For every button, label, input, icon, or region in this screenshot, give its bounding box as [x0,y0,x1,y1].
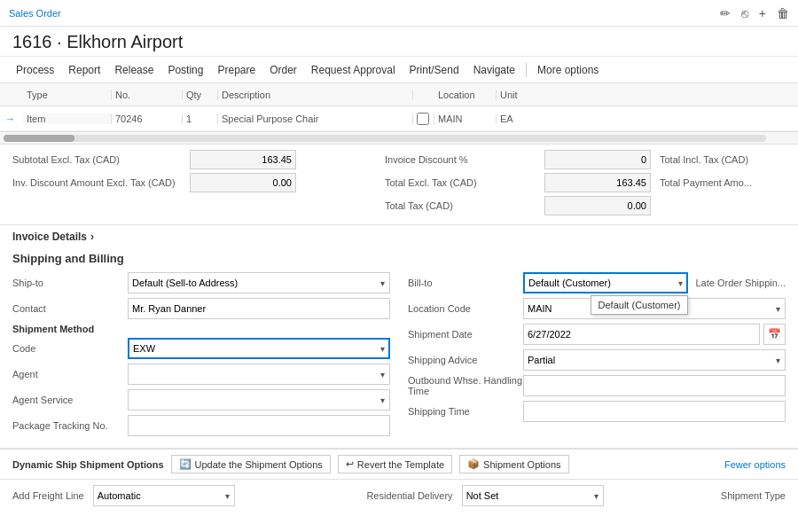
horizontal-scrollbar[interactable] [0,132,798,145]
menu-separator [526,63,527,77]
agent-select[interactable] [128,364,390,385]
dropdown-item[interactable]: Default (Customer) [598,300,681,310]
revert-template-btn[interactable]: ↩ Revert the Template [338,455,452,473]
agent-service-row: Agent Service [12,389,390,411]
shipping-advice-select[interactable]: Partial [523,349,786,371]
add-icon[interactable]: + [759,6,766,20]
dynamic-ship-title: Dynamic Ship Shipment Options [12,459,164,470]
shipping-right: Bill-to Default (Customer) Default (Cust… [408,272,786,441]
invoice-details-label: Invoice Details [12,231,87,243]
menu-process[interactable]: Process [9,57,61,83]
row-qty: 1 [183,113,218,124]
total-pay-label: Total Payment Amo... [651,177,752,188]
inv-disc-row: Inv. Discount Amount Excl. Tax (CAD) [12,173,385,192]
row-uom: EA [497,113,541,124]
code-select[interactable]: EXW [128,338,390,359]
menu-more-options[interactable]: More options [530,57,606,83]
contact-input[interactable] [128,298,390,319]
row-checkbox[interactable] [417,113,429,125]
shipment-date-input[interactable] [523,324,760,345]
bill-to-select[interactable]: Default (Customer) [523,272,688,293]
shipment-date-control: 📅 [523,324,786,345]
shipment-date-row: Shipment Date 📅 [408,324,786,345]
delete-icon[interactable]: 🗑 [777,6,789,20]
agent-row: Agent [12,364,390,385]
ship-to-row: Ship-to Default (Sell-to Address) [12,272,390,293]
total-tax-label: Total Tax (CAD) [385,200,544,211]
residential-label: Residential Delivery [366,490,452,501]
bill-to-dropdown-tooltip[interactable]: Default (Customer) [591,295,689,315]
menu-release[interactable]: Release [107,57,160,83]
fewer-options-link[interactable]: Fewer options [724,459,786,470]
bill-to-row: Bill-to Default (Customer) Default (Cust… [408,272,786,293]
menu-navigate[interactable]: Navigate [466,57,522,83]
menu-report[interactable]: Report [61,57,107,83]
add-freight-select[interactable]: Automatic [93,485,235,506]
totals-area: Subtotal Excl. Tax (CAD) Inv. Discount A… [0,145,798,225]
shipping-advice-row: Shipping Advice Partial [408,349,786,371]
inv-disc-input[interactable] [190,173,296,192]
pkg-tracking-label: Package Tracking No. [12,420,128,431]
row-arrow: → [5,113,23,124]
menu-posting[interactable]: Posting [160,57,210,83]
agent-service-label: Agent Service [12,395,128,405]
residential-row: Residential Delivery Not Set [366,485,702,506]
row-no: 70246 [112,113,183,124]
row-desc: Special Purpose Chair [218,113,413,124]
table-row: → Item 70246 1 Special Purpose Chair MAI… [0,106,798,131]
dynamic-ship-options: Dynamic Ship Shipment Options 🔄 Update t… [0,449,798,480]
total-tax-input[interactable] [544,196,651,215]
revert-btn-label: Revert the Template [357,459,444,470]
shipment-date-label: Shipment Date [408,329,523,340]
invoice-disc-input[interactable] [544,150,651,169]
total-excl-row: Total Excl. Tax (CAD) Total Payment Amo.… [385,173,786,192]
location-code-label: Location Code [408,303,523,314]
col-no-header: No. [112,90,183,100]
shipping-left: Ship-to Default (Sell-to Address) Contac… [12,272,390,441]
menu-prepare[interactable]: Prepare [210,57,262,83]
row-loc: MAIN [434,113,497,124]
code-select-wrapper: EXW [128,338,390,359]
ship-to-label: Ship-to [12,278,128,288]
total-tax-row: Total Tax (CAD) [385,196,786,215]
shipping-advice-select-wrapper: Partial [523,349,786,371]
agent-service-select[interactable] [128,389,390,411]
ship-to-select[interactable]: Default (Sell-to Address) [128,272,390,293]
shipping-time-input[interactable] [523,401,786,422]
edit-icon[interactable]: ✏ [720,6,731,20]
shipment-options-icon: 📦 [467,458,480,470]
shipment-type-row: Shipment Type [721,490,786,501]
contact-label: Contact [12,303,128,314]
shipping-time-control [523,401,786,422]
agent-select-wrapper [128,364,390,385]
outbound-whse-control [523,375,786,396]
invoice-disc-label: Invoice Discount % [385,154,544,165]
contact-control [128,298,390,319]
menu-print-send[interactable]: Print/Send [403,57,466,83]
share-icon[interactable]: ⎋ [741,6,748,20]
pkg-tracking-input[interactable] [128,415,390,436]
outbound-whse-label: Outbound Whse. Handling Time [408,375,523,396]
shipping-advice-label: Shipping Advice [408,355,523,365]
residential-select[interactable]: Not Set [462,485,604,506]
menu-request-approval[interactable]: Request Approval [304,57,403,83]
shipping-time-row: Shipping Time [408,401,786,422]
update-shipment-btn[interactable]: 🔄 Update the Shipment Options [171,455,331,473]
inv-disc-value [190,173,296,192]
col-uom-header: Unit [497,90,541,100]
page-title: 1616 · Elkhorn Airport [0,27,798,57]
pkg-tracking-control [128,415,390,436]
shipment-options-btn[interactable]: 📦 Shipment Options [459,455,568,473]
menu-bar: Process Report Release Posting Prepare O… [0,57,798,83]
outbound-whse-input[interactable] [523,375,786,396]
total-excl-input[interactable] [544,173,651,192]
calendar-icon[interactable]: 📅 [763,324,786,345]
invoice-details-header[interactable]: Invoice Details › [0,225,798,248]
scrollbar-thumb[interactable] [4,135,74,142]
bottom-row: Add Freight Line Automatic Residential D… [0,480,798,512]
top-bar: Sales Order ✏ ⎋ + 🗑 [0,0,798,27]
menu-order[interactable]: Order [262,57,304,83]
subtotal-row: Subtotal Excl. Tax (CAD) [12,150,385,169]
subtotal-input[interactable] [190,150,296,169]
pkg-tracking-row: Package Tracking No. [12,415,390,436]
